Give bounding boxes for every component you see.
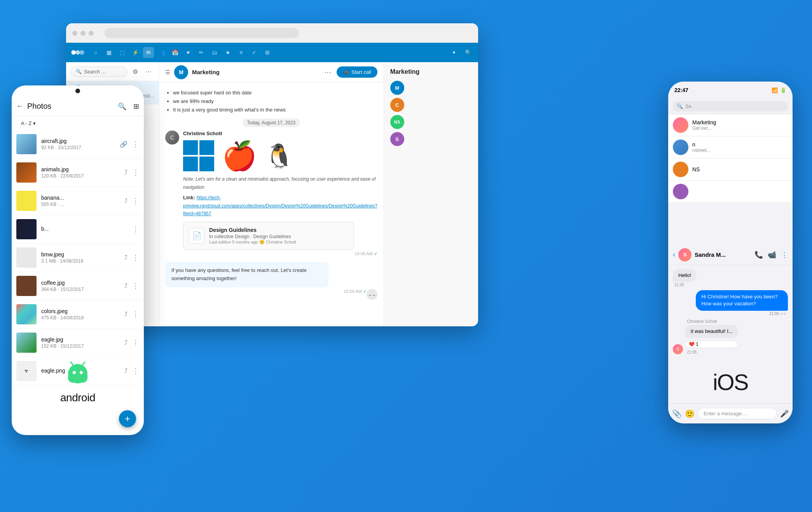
nc-nav-list[interactable]: ≡ (236, 47, 246, 58)
os-icons-row: 🍎 🐧 (183, 140, 377, 171)
file-more-icon[interactable]: ⋮ (132, 253, 139, 262)
bullet-item-2: we are 99% ready (173, 97, 377, 106)
ios-more-button[interactable]: ⋮ (781, 251, 788, 259)
sidebar-search-input[interactable]: 🔍 Search ... (71, 66, 127, 77)
ios-conv-item-2[interactable]: n nstreet... (668, 136, 793, 158)
android-search-button[interactable]: 🔍 (118, 102, 126, 111)
ios-message-input[interactable]: Enter a message ... (698, 408, 777, 419)
filter-button[interactable]: ⚙ (130, 66, 141, 77)
file-link-icon[interactable]: ⤴ (124, 367, 127, 374)
ios-conv-item-4[interactable] (668, 181, 793, 203)
file-more-icon[interactable]: ⋮ (132, 338, 139, 347)
file-name: banana... (41, 195, 120, 201)
android-sort-label[interactable]: A - Z ▾ (16, 118, 40, 129)
file-thumbnail-b (16, 219, 37, 239)
file-more-icon[interactable]: ⋮ (132, 225, 139, 233)
nc-nav-home[interactable]: ○ (90, 47, 101, 58)
file-link-icon[interactable]: ⤴ (124, 254, 127, 261)
file-more-icon[interactable]: ⋮ (132, 310, 139, 319)
ios-msg-sent-1: Hi Christine! How have you been? How was… (696, 290, 788, 315)
nc-nav-calendar[interactable]: 📅 (169, 47, 180, 58)
ios-bubble-hello: Hello! (673, 269, 697, 282)
file-thumbnail-animals (16, 162, 37, 183)
ios-emoji-button[interactable]: 🙂 (685, 409, 695, 418)
chat-header-more-icon[interactable]: ⋯ (323, 68, 333, 77)
file-link-icon[interactable]: 🔗 (120, 141, 127, 148)
ios-attachment-button[interactable]: 📎 (672, 409, 682, 418)
more-button[interactable]: ⋯ (143, 66, 154, 77)
file-item-colors: colors.jpeg 475 KB · 14/08/2018 ⤴ ⋮ (12, 300, 144, 329)
nc-nav-files[interactable]: ▦ (103, 47, 114, 58)
file-more-icon[interactable]: ⋮ (132, 367, 139, 375)
ios-conv-item-3[interactable]: NS (668, 158, 793, 181)
message-check-icon: ✓ (374, 251, 377, 256)
rp-avatar-row-ns: NS (390, 115, 472, 129)
ios-phone-call-button[interactable]: 📞 (754, 251, 763, 259)
nc-nav-grid[interactable]: ⊞ (262, 47, 273, 58)
nc-nav-heart[interactable]: ♥ (183, 47, 194, 58)
ios-conv-item-1[interactable]: Marketing Get exc... (668, 114, 793, 136)
windows-logo (183, 140, 214, 171)
scroll-down-button[interactable]: ⌄⌄ (367, 289, 377, 300)
android-phone: ← Photos 🔍 ⊞ A - Z ▾ aircraft.jpg 92 KB … (12, 85, 144, 435)
file-link-icon[interactable]: ⤴ (124, 197, 127, 204)
design-guidelines-link[interactable]: https://tech-preview.nextcloud.com/apps/… (183, 195, 377, 217)
ios-back-button[interactable]: ‹ (673, 251, 675, 259)
file-link-icon[interactable]: ⤴ (124, 282, 127, 289)
file-more-icon[interactable]: ⋮ (132, 140, 139, 148)
start-call-button[interactable]: 📹 Start call (337, 66, 377, 78)
nc-nav-activity[interactable]: ⚡ (130, 47, 141, 58)
ios-status-icons: 📶 🔋 (772, 87, 786, 93)
rp-avatar-1: M (390, 81, 404, 95)
chevron-down-icon: ▾ (33, 120, 36, 126)
file-more-icon[interactable]: ⋮ (132, 197, 139, 205)
browser-dot-green (89, 31, 94, 36)
file-link-icon[interactable]: ⤴ (124, 311, 127, 318)
ios-conv-name-1: Marketing (692, 119, 788, 125)
android-sort-row: A - Z ▾ (12, 117, 144, 130)
android-app-header: ← Photos 🔍 ⊞ (12, 96, 144, 117)
android-file-list: aircraft.jpg 92 KB · 15/12/2017 🔗 ⋮ anim… (12, 130, 144, 435)
rp-avatar-ns: NS (390, 115, 404, 129)
file-name: b... (41, 226, 127, 232)
file-thumbnail-eagle (16, 333, 37, 353)
file-more-icon[interactable]: ⋮ (132, 168, 139, 177)
linux-tux-logo: 🐧 (265, 142, 294, 170)
android-fab-button[interactable]: + (119, 410, 136, 427)
browser-addressbar (105, 28, 299, 38)
nc-nav-photos[interactable]: ⬚ (117, 47, 127, 58)
collapse-sidebar-icon[interactable]: ☰ (165, 69, 170, 75)
android-grid-view-button[interactable]: ⊞ (133, 102, 139, 111)
right-panel-title: Marketing (390, 68, 472, 75)
bullet-list-messages: we focused super hard on this date we ar… (173, 89, 377, 114)
file-link-icon[interactable]: ⤴ (124, 339, 127, 346)
sidebar-search-bar: 🔍 Search ... ⚙ ⋯ (66, 62, 159, 81)
date-divider: Today, August 17, 2023 (165, 119, 377, 126)
nc-nav-sparkle[interactable]: ✦ (449, 47, 459, 58)
ios-conversation-list: Marketing Get exc... n nstreet... NS (668, 114, 793, 245)
ios-voice-button[interactable]: 🎤 (780, 409, 789, 418)
right-panel-avatars: M C NS S (390, 81, 472, 146)
file-more-icon[interactable]: ⋮ (132, 282, 139, 290)
file-meta: 152 KB · 15/12/2017 (41, 343, 120, 349)
rp-avatar-2: C (390, 98, 404, 112)
rp-avatar-row-4: S (390, 132, 472, 146)
nc-nav-search[interactable]: 🔍 (463, 47, 473, 58)
guideline-card[interactable]: 📄 Design Guidelines In collective Design… (183, 222, 354, 250)
nc-nav-contacts[interactable]: 👥 (156, 47, 167, 58)
android-back-button[interactable]: ← (16, 102, 23, 110)
nc-nav-star[interactable]: ★ (222, 47, 233, 58)
ios-search-input[interactable]: 🔍 Se (673, 101, 788, 111)
svg-point-2 (80, 50, 84, 55)
nc-nav-mail[interactable]: ✉ (143, 47, 154, 58)
camera-notch (75, 89, 80, 93)
ios-christine-bubble: it was beautiful! I... (685, 325, 738, 338)
file-link-icon[interactable]: ⤴ (124, 169, 127, 176)
ios-christine-sender-name: Christine Schott (685, 319, 738, 324)
nc-nav-edit[interactable]: ✏ (196, 47, 207, 58)
file-item-b: b... ⋮ (12, 215, 144, 244)
nc-nav-briefcase[interactable]: 🗂 (209, 47, 220, 58)
ios-video-call-button[interactable]: 📹 (768, 251, 776, 259)
nc-nav-check[interactable]: ✓ (249, 47, 260, 58)
file-meta: 565 KB · ... (41, 202, 120, 207)
